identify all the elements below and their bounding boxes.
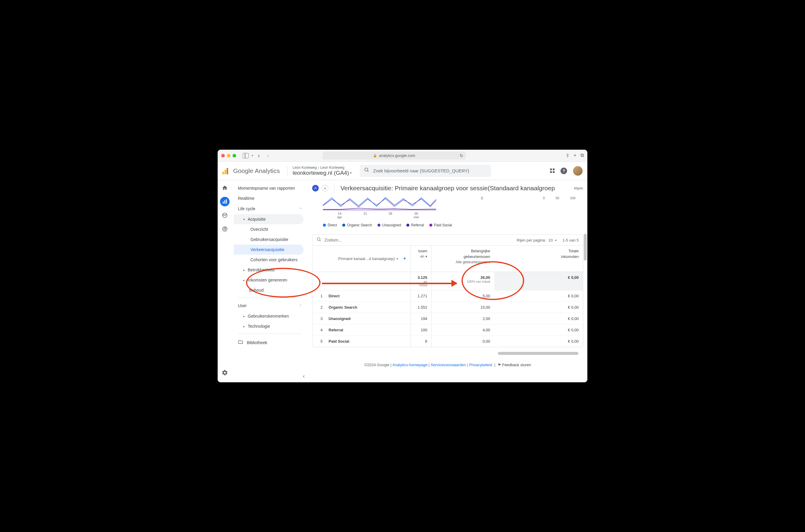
browser-window: ▾ ‹ › 🔒 analytics.google.com ↻ ⇪ + ⧉ Goo… bbox=[218, 150, 587, 382]
column-truncated[interactable]: issen en▾ bbox=[411, 246, 432, 272]
legend-dot-icon bbox=[406, 224, 409, 227]
address-bar[interactable]: 🔒 analytics.google.com ↻ bbox=[323, 151, 466, 159]
chevron-down-icon[interactable]: ▾ bbox=[252, 154, 253, 157]
search-icon bbox=[317, 237, 321, 243]
reports-icon[interactable] bbox=[220, 197, 230, 206]
forward-button: › bbox=[265, 152, 272, 159]
search-placeholder: Zoek bijvoorbeeld naar {SUGGESTED_QUERY} bbox=[373, 168, 469, 173]
totals-row: 3.125an totaal 26,00100% van totaal € 0,… bbox=[312, 272, 583, 290]
sidebar-item-engagement[interactable]: ▸Betrokkenheid bbox=[234, 265, 306, 275]
svg-point-7 bbox=[224, 228, 226, 230]
table-search-input[interactable] bbox=[324, 238, 517, 243]
data-table: Rijen per pagina: 10 ▾ 1-5 van 5 Primair… bbox=[312, 234, 583, 347]
chevron-down-icon: ▾ bbox=[555, 239, 557, 242]
sidebar-item-overview[interactable]: Overzicht bbox=[234, 224, 306, 234]
legend-item[interactable]: Unassigned bbox=[378, 223, 401, 227]
add-dimension-button[interactable]: + bbox=[403, 255, 406, 262]
new-tab-icon[interactable]: + bbox=[574, 153, 576, 158]
apps-icon[interactable] bbox=[550, 169, 555, 173]
url-text: analytics.google.com bbox=[379, 153, 415, 158]
sidebar-group-lifecycle[interactable]: Life cycle⌃ bbox=[234, 203, 306, 214]
sidebar-item-snapshot[interactable]: Momentopname van rapporten bbox=[234, 183, 306, 193]
sidebar-group-user[interactable]: User⌃ bbox=[234, 300, 306, 311]
add-segment-button[interactable]: + bbox=[322, 185, 328, 191]
events-filter[interactable]: Alle gebeurtenissen▾ bbox=[456, 260, 490, 264]
svg-rect-4 bbox=[226, 200, 227, 204]
svg-line-1 bbox=[368, 171, 369, 172]
sidebar-item-user-attributes[interactable]: ▸Gebruikerskenmerken bbox=[234, 311, 306, 321]
table-row[interactable]: 2 Organic Search 1.552 15,00 € 0,00 bbox=[312, 302, 583, 313]
sidebar-toggle-icon[interactable] bbox=[243, 153, 249, 158]
tabs-icon[interactable]: ⧉ bbox=[580, 153, 584, 158]
svg-line-9 bbox=[320, 240, 321, 241]
sidebar-item-cohorts[interactable]: Cohorten voor gebruikers bbox=[234, 255, 306, 265]
dimension-header[interactable]: Primaire kanaal…d kanaalgroep) ▾ + bbox=[312, 246, 411, 272]
footer-feedback[interactable]: Feedback sturen bbox=[502, 363, 531, 367]
explore-icon[interactable] bbox=[220, 211, 230, 220]
legend-item[interactable]: Paid Social bbox=[429, 223, 452, 227]
search-bar[interactable]: Zoek bijvoorbeeld naar {SUGGESTED_QUERY} bbox=[360, 165, 491, 177]
sidebar-item-traffic-acq[interactable]: Verkeersacquisitie bbox=[234, 245, 304, 255]
table-row[interactable]: 5 Paid Social 8 0,00 € 0,00 bbox=[312, 336, 583, 347]
property-selector[interactable]: Leon Korteweg › Leon Korteweg leonkortew… bbox=[287, 166, 351, 176]
header-tag: Afgelo bbox=[574, 186, 583, 190]
avatar[interactable] bbox=[573, 166, 582, 176]
chart-xlabel: 14apr bbox=[337, 212, 342, 219]
legend-item[interactable]: Direct bbox=[323, 223, 337, 227]
chevron-down-icon: ▾ bbox=[350, 171, 351, 174]
chevron-up-icon: ⌃ bbox=[299, 207, 302, 211]
sidebar-item-monetization[interactable]: ▸Inkomsten genereren bbox=[234, 275, 306, 285]
svg-point-6 bbox=[223, 227, 227, 231]
settings-icon[interactable] bbox=[220, 368, 230, 378]
maximize-window-button[interactable] bbox=[233, 154, 236, 157]
home-icon[interactable] bbox=[220, 183, 230, 193]
chart-tick: 100 bbox=[570, 196, 575, 200]
svg-point-8 bbox=[317, 238, 320, 240]
chart-xlabel: 28 bbox=[388, 212, 392, 219]
legend-item[interactable]: Referral bbox=[406, 223, 424, 227]
advertising-icon[interactable] bbox=[220, 224, 230, 234]
minimize-window-button[interactable] bbox=[227, 154, 230, 157]
vertical-scrollbar[interactable] bbox=[584, 234, 587, 261]
chart-area: 0 14apr212805mei 050100 DirectOrganic Se… bbox=[308, 196, 587, 234]
table-row[interactable]: 3 Unassigned 194 2,00 € 0,00 bbox=[312, 313, 583, 324]
nav-rail bbox=[218, 180, 232, 382]
horizontal-scrollbar[interactable] bbox=[498, 352, 578, 355]
rows-per-page[interactable]: Rijen per pagina: 10 ▾ bbox=[517, 238, 557, 243]
annotation-arrow bbox=[322, 283, 457, 284]
breadcrumb: Leon Korteweg › Leon Korteweg bbox=[292, 166, 351, 170]
footer: ©2024 Google | Analytics-homepage | Serv… bbox=[308, 355, 587, 371]
table-row[interactable]: 4 Referral 100 4,00 € 0,00 bbox=[312, 324, 583, 336]
back-button[interactable]: ‹ bbox=[255, 152, 262, 159]
legend-dot-icon bbox=[429, 224, 432, 227]
close-window-button[interactable] bbox=[221, 154, 225, 157]
lock-icon: 🔒 bbox=[373, 154, 377, 157]
sidebar: Momentopname van rapporten Realtime Life… bbox=[232, 180, 308, 382]
sidebar-item-user-acq[interactable]: Gebruikersacquisitie bbox=[234, 234, 306, 245]
sidebar-item-realtime[interactable]: Realtime bbox=[234, 193, 306, 203]
pagination-info: 1-5 van 5 bbox=[562, 238, 579, 243]
chart-xlabel: 21 bbox=[363, 212, 367, 219]
footer-link-terms[interactable]: Servicevoorwaarden bbox=[430, 363, 466, 367]
sidebar-item-library[interactable]: Bibliotheek bbox=[234, 336, 306, 348]
ga-header: Google Analytics Leon Korteweg › Leon Ko… bbox=[218, 162, 587, 180]
column-key-events[interactable]: Belangrijke gebeurtenissen Alle gebeurte… bbox=[432, 246, 494, 272]
sidebar-item-acquisition[interactable]: ▾ Acquisitie bbox=[234, 214, 304, 224]
collapse-sidebar-icon[interactable]: ‹ bbox=[303, 373, 305, 379]
legend-item[interactable]: Organic Search bbox=[342, 223, 372, 227]
page-title: Verkeersacquisitie: Primaire kanaalgroep… bbox=[341, 185, 555, 192]
search-icon bbox=[364, 167, 369, 174]
refresh-icon[interactable]: ↻ bbox=[460, 153, 463, 158]
sidebar-item-technology[interactable]: ▸Technologie bbox=[234, 321, 306, 331]
chevron-up-icon: ⌃ bbox=[299, 304, 302, 307]
table-row[interactable]: 1 Direct 1.271 5,00 € 0,00 bbox=[312, 290, 583, 302]
footer-link-homepage[interactable]: Analytics-homepage bbox=[392, 363, 427, 367]
footer-link-privacy[interactable]: Privacybeleid bbox=[469, 363, 492, 367]
column-income[interactable]: Totale inkomsten bbox=[494, 246, 583, 272]
browser-toolbar: ▾ ‹ › 🔒 analytics.google.com ↻ ⇪ + ⧉ bbox=[218, 150, 587, 162]
share-icon[interactable]: ⇪ bbox=[566, 153, 570, 158]
segment-badge[interactable]: A bbox=[312, 185, 319, 191]
help-icon[interactable]: ? bbox=[560, 168, 567, 174]
sidebar-item-retention[interactable]: Behoud bbox=[234, 285, 306, 295]
legend-dot-icon bbox=[378, 224, 380, 227]
